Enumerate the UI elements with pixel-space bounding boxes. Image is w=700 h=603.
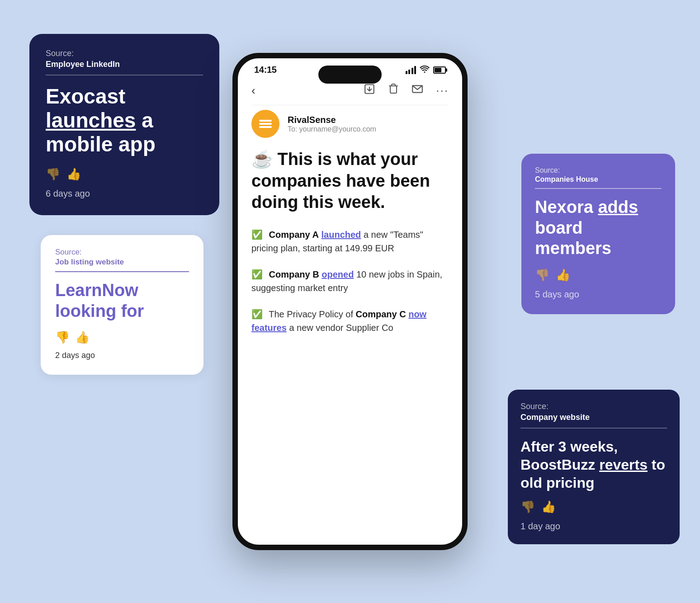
- wifi-icon: [420, 66, 430, 75]
- opened-link[interactable]: opened: [322, 269, 354, 279]
- signal-bar-4: [414, 66, 416, 74]
- mail-icon[interactable]: [411, 84, 423, 97]
- card-right-title: Nexora addsboardmembers: [535, 197, 662, 259]
- dynamic-island: [318, 66, 382, 84]
- card-right-source-label: Source:: [535, 166, 662, 174]
- company-a-label: Company A: [269, 230, 319, 240]
- card-right-purple: Source: Companies House Nexora addsboard…: [521, 154, 675, 314]
- card-top-left: Source: Employee LinkedIn Exocast launch…: [29, 34, 219, 215]
- card-top-left-thumbs: 👎 👍: [46, 167, 203, 181]
- thumb-down-icon: 👎: [535, 268, 549, 282]
- card-bottom-right-title: After 3 weeks,BoostBuzz reverts toold pr…: [520, 438, 667, 492]
- card-right-divider: [535, 188, 662, 189]
- svg-rect-3: [259, 120, 272, 122]
- email-body: ☕ This is what your companies have been …: [238, 146, 462, 533]
- email-header: RivalSense To: yourname@yourco.com: [238, 105, 462, 146]
- item-3-text: a new vendor Supplier Co: [289, 323, 393, 333]
- thumb-down-icon: 👎: [55, 330, 70, 344]
- card-right-source-name: Companies House: [535, 175, 662, 184]
- signal-bar-3: [411, 68, 413, 74]
- check-icon-2: ✅: [251, 268, 263, 281]
- svg-rect-4: [259, 123, 272, 125]
- card-mid-left: Source: Job listing website LearnNowlook…: [41, 235, 203, 375]
- card-bottom-right-source-label: Source:: [520, 401, 667, 412]
- thumb-up-icon: 👍: [541, 500, 556, 514]
- card-mid-left-thumbs: 👎 👍: [55, 330, 189, 344]
- card-right-time: 5 days ago: [535, 289, 662, 300]
- card-top-left-title: Exocast launches a mobile app: [46, 85, 203, 156]
- email-headline: ☕ This is what your companies have been …: [251, 149, 449, 213]
- company-c-label: Company C: [356, 309, 406, 319]
- check-icon-1: ✅: [251, 228, 263, 241]
- sender-name: RivalSense: [288, 115, 376, 125]
- thumb-down-icon: 👎: [46, 167, 60, 181]
- company-b-label: Company B: [269, 269, 319, 279]
- card-bottom-right-thumbs: 👎 👍: [520, 500, 667, 514]
- card-mid-left-time: 2 days ago: [55, 351, 189, 360]
- delete-icon[interactable]: [388, 83, 399, 98]
- card-top-left-source-label: Source:: [46, 48, 203, 59]
- signal-bars-icon: [406, 66, 416, 74]
- signal-bar-2: [408, 70, 410, 74]
- svg-rect-5: [259, 126, 272, 128]
- thumb-up-icon: 👍: [556, 268, 570, 282]
- toolbar-actions: ···: [364, 83, 449, 98]
- more-options-icon[interactable]: ···: [436, 84, 449, 98]
- card-bottom-right-divider: [520, 428, 667, 429]
- rivalsense-logo-icon: [257, 116, 274, 132]
- battery-icon: [433, 66, 446, 74]
- sender-info: RivalSense To: yourname@yourco.com: [288, 115, 376, 133]
- card-right-thumbs: 👎 👍: [535, 268, 662, 282]
- thumb-up-icon: 👍: [75, 330, 90, 344]
- back-button[interactable]: ‹: [251, 84, 255, 98]
- email-item-2: ✅ Company B opened 10 new jobs in Spain,…: [251, 268, 449, 295]
- sender-to: To: yourname@yourco.com: [288, 125, 376, 133]
- card-mid-left-title: LearnNowlooking for: [55, 280, 189, 321]
- thumb-down-icon: 👎: [520, 500, 535, 514]
- signal-bar-1: [406, 71, 407, 74]
- status-icons: [406, 66, 446, 75]
- phone-wrapper: 14:15: [232, 53, 468, 550]
- card-top-left-divider: [46, 75, 203, 75]
- email-item-3: ✅ The Privacy Policy of Company C now fe…: [251, 307, 449, 334]
- battery-fill: [435, 68, 441, 72]
- item-3-prefix: The Privacy Policy of: [269, 309, 355, 319]
- card-mid-left-divider: [55, 271, 189, 272]
- card-bottom-right-source-name: Company website: [520, 413, 667, 422]
- card-top-left-source-name: Employee LinkedIn: [46, 60, 203, 69]
- card-bottom-right-time: 1 day ago: [520, 521, 667, 532]
- card-top-left-time: 6 days ago: [46, 188, 203, 199]
- thumb-up-icon: 👍: [66, 167, 81, 181]
- status-time: 14:15: [254, 65, 277, 75]
- phone: 14:15: [232, 53, 468, 550]
- email-item-1: ✅ Company A launched a new "Teams" prici…: [251, 228, 449, 255]
- download-icon[interactable]: [364, 83, 375, 98]
- launched-link[interactable]: launched: [322, 230, 361, 240]
- sender-avatar: [251, 110, 279, 138]
- card-mid-left-source-label: Source:: [55, 248, 189, 257]
- card-bottom-right: Source: Company website After 3 weeks,Bo…: [508, 390, 680, 544]
- check-icon-3: ✅: [251, 307, 263, 321]
- card-mid-left-source-name: Job listing website: [55, 258, 189, 267]
